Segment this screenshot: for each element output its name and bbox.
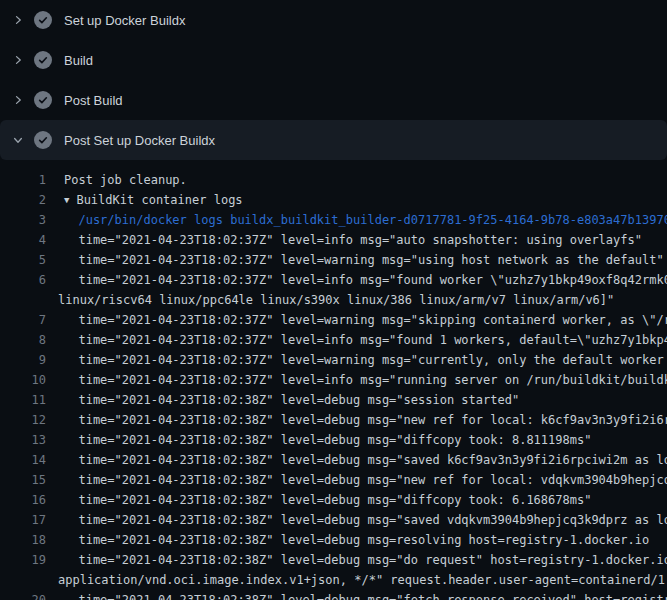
log-line: 19 time="2021-04-23T18:02:38Z" level=deb… <box>0 550 667 570</box>
log-line-number[interactable]: 3 <box>0 210 46 230</box>
log-line: application/vnd.oci.image.index.v1+json,… <box>0 570 667 590</box>
check-circle-icon <box>34 91 52 109</box>
log-line: 16 time="2021-04-23T18:02:38Z" level=deb… <box>0 490 667 510</box>
log-lines: 1Post job cleanup.2▼BuildKit container l… <box>0 160 667 600</box>
log-text: time="2021-04-23T18:02:38Z" level=debug … <box>64 430 591 450</box>
log-line: linux/riscv64 linux/ppc64le linux/s390x … <box>0 290 667 310</box>
log-text: ▼BuildKit container logs <box>64 190 243 210</box>
check-circle-icon <box>34 131 52 149</box>
step-label: Post Build <box>64 93 123 108</box>
log-text: time="2021-04-23T18:02:38Z" level=debug … <box>64 530 649 550</box>
step-row-build[interactable]: Build <box>0 40 667 80</box>
log-line-number <box>0 570 46 590</box>
chevron-right-icon[interactable] <box>10 12 26 28</box>
log-line: 14 time="2021-04-23T18:02:38Z" level=deb… <box>0 450 667 470</box>
step-row-set-up-docker-buildx[interactable]: Set up Docker Buildx <box>0 0 667 40</box>
log-line-number[interactable]: 10 <box>0 370 46 390</box>
log-text: time="2021-04-23T18:02:38Z" level=debug … <box>64 410 667 430</box>
log-line-number[interactable]: 16 <box>0 490 46 510</box>
log-text: time="2021-04-23T18:02:38Z" level=debug … <box>64 450 667 470</box>
log-line-number[interactable]: 18 <box>0 530 46 550</box>
log-text: time="2021-04-23T18:02:38Z" level=debug … <box>64 510 667 530</box>
log-text: time="2021-04-23T18:02:37Z" level=warnin… <box>64 250 664 270</box>
log-line: 7 time="2021-04-23T18:02:37Z" level=warn… <box>0 310 667 330</box>
log-line-number[interactable]: 13 <box>0 430 46 450</box>
log-line: 1Post job cleanup. <box>0 170 667 190</box>
log-text: time="2021-04-23T18:02:38Z" level=debug … <box>64 390 519 410</box>
log-line-number[interactable]: 14 <box>0 450 46 470</box>
log-line-number[interactable]: 19 <box>0 550 46 570</box>
log-text: linux/riscv64 linux/ppc64le linux/s390x … <box>58 290 614 310</box>
log-text: time="2021-04-23T18:02:37Z" level=info m… <box>64 330 667 350</box>
step-row-post-set-up-docker-buildx[interactable]: Post Set up Docker Buildx <box>0 120 667 160</box>
log-text: time="2021-04-23T18:02:37Z" level=warnin… <box>64 310 667 330</box>
log-line: 4 time="2021-04-23T18:02:37Z" level=info… <box>0 230 667 250</box>
chevron-right-icon[interactable] <box>10 92 26 108</box>
log-line: 20 time="2021-04-23T18:02:38Z" level=deb… <box>0 590 667 600</box>
step-label: Set up Docker Buildx <box>64 13 185 28</box>
log-text: time="2021-04-23T18:02:37Z" level=info m… <box>64 370 667 390</box>
step-row-post-build[interactable]: Post Build <box>0 80 667 120</box>
log-text: application/vnd.oci.image.index.v1+json,… <box>58 570 667 590</box>
log-line-number[interactable]: 6 <box>0 270 46 290</box>
log-line-number[interactable]: 1 <box>0 170 46 190</box>
log-line: 2▼BuildKit container logs <box>0 190 667 210</box>
log-line-number[interactable]: 11 <box>0 390 46 410</box>
workflow-log-viewer: Set up Docker Buildx Build Post Build <box>0 0 667 600</box>
log-text: time="2021-04-23T18:02:38Z" level=debug … <box>64 550 667 570</box>
log-line-number[interactable]: 7 <box>0 310 46 330</box>
log-command-text[interactable]: /usr/bin/docker logs buildx_buildkit_bui… <box>64 210 667 230</box>
log-line-number[interactable]: 15 <box>0 470 46 490</box>
log-line: 5 time="2021-04-23T18:02:37Z" level=warn… <box>0 250 667 270</box>
log-line: 8 time="2021-04-23T18:02:37Z" level=info… <box>0 330 667 350</box>
log-line: 15 time="2021-04-23T18:02:38Z" level=deb… <box>0 470 667 490</box>
log-text: Post job cleanup. <box>64 170 187 190</box>
log-line: 6 time="2021-04-23T18:02:37Z" level=info… <box>0 270 667 290</box>
log-line-number[interactable]: 20 <box>0 590 46 600</box>
log-line-number[interactable]: 12 <box>0 410 46 430</box>
triangle-down-icon[interactable]: ▼ <box>64 195 69 205</box>
log-line: 3 /usr/bin/docker logs buildx_buildkit_b… <box>0 210 667 230</box>
log-line-number[interactable]: 9 <box>0 350 46 370</box>
log-line: 11 time="2021-04-23T18:02:38Z" level=deb… <box>0 390 667 410</box>
log-line-number[interactable]: 8 <box>0 330 46 350</box>
log-line: 17 time="2021-04-23T18:02:38Z" level=deb… <box>0 510 667 530</box>
check-circle-icon <box>34 51 52 69</box>
log-line: 9 time="2021-04-23T18:02:37Z" level=warn… <box>0 350 667 370</box>
log-text: time="2021-04-23T18:02:37Z" level=info m… <box>64 230 642 250</box>
log-line: 13 time="2021-04-23T18:02:38Z" level=deb… <box>0 430 667 450</box>
step-list: Set up Docker Buildx Build Post Build <box>0 0 667 160</box>
chevron-right-icon[interactable] <box>10 52 26 68</box>
log-line-number[interactable]: 5 <box>0 250 46 270</box>
log-line-number[interactable]: 2 <box>0 190 46 210</box>
step-label: Build <box>64 53 93 68</box>
log-text: time="2021-04-23T18:02:38Z" level=debug … <box>64 470 667 490</box>
log-line: 18 time="2021-04-23T18:02:38Z" level=deb… <box>0 530 667 550</box>
step-label: Post Set up Docker Buildx <box>64 133 215 148</box>
log-text: time="2021-04-23T18:02:37Z" level=warnin… <box>64 350 667 370</box>
log-line-number[interactable]: 17 <box>0 510 46 530</box>
log-line-number[interactable]: 4 <box>0 230 46 250</box>
log-text: time="2021-04-23T18:02:38Z" level=debug … <box>64 590 667 600</box>
log-text: time="2021-04-23T18:02:37Z" level=info m… <box>64 270 667 290</box>
log-line: 12 time="2021-04-23T18:02:38Z" level=deb… <box>0 410 667 430</box>
check-circle-icon <box>34 11 52 29</box>
log-line: 10 time="2021-04-23T18:02:37Z" level=inf… <box>0 370 667 390</box>
log-line-number <box>0 290 46 310</box>
chevron-down-icon[interactable] <box>10 132 26 148</box>
log-text: time="2021-04-23T18:02:38Z" level=debug … <box>64 490 591 510</box>
